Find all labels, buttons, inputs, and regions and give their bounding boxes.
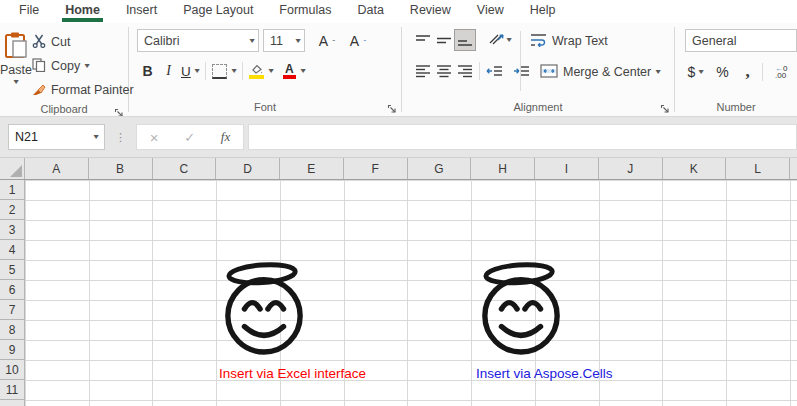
insert-function-icon[interactable]: fx	[221, 129, 230, 145]
alignment-group-label: Alignment	[514, 101, 563, 113]
merge-center-button[interactable]: Merge & Center ▾	[540, 60, 660, 84]
wrap-text-button[interactable]: Wrap Text	[530, 29, 608, 53]
column-header[interactable]: F	[344, 158, 408, 179]
middle-align-button[interactable]	[433, 29, 454, 51]
tab-data[interactable]: Data	[344, 0, 396, 22]
tab-file[interactable]: File	[6, 0, 52, 22]
tab-page-layout[interactable]: Page Layout	[170, 0, 266, 22]
tab-view[interactable]: View	[464, 0, 517, 22]
font-color-icon: A	[283, 64, 296, 79]
underline-button[interactable]: U ▾	[179, 60, 201, 82]
row-headers: 1 2 3 4 5 6 7 8 9 10 11	[0, 180, 25, 406]
number-format-select[interactable]: General	[685, 29, 797, 52]
cut-button[interactable]: Cut	[32, 31, 134, 53]
mini-separator	[205, 62, 206, 80]
name-box[interactable]: N21 ▾	[8, 124, 105, 150]
row-header[interactable]: 6	[0, 280, 24, 300]
chevron-down-icon: ▾	[13, 78, 18, 86]
annotation-excel-interface[interactable]: Insert via Excel interface	[219, 366, 366, 381]
increase-indent-button[interactable]	[511, 60, 532, 82]
column-header[interactable]: A	[25, 158, 89, 179]
format-painter-button[interactable]: Format Painter	[32, 79, 134, 101]
select-all-button[interactable]	[0, 158, 25, 179]
dialog-launcher-icon[interactable]	[387, 100, 397, 117]
drag-dots-icon[interactable]: ⋮	[115, 131, 126, 144]
accounting-format-button[interactable]: $ ▾	[685, 61, 706, 83]
orientation-button[interactable]: ▾	[486, 29, 513, 51]
row-header[interactable]: 4	[0, 240, 24, 260]
format-painter-label: Format Painter	[51, 83, 134, 97]
paste-button[interactable]: Paste ▾	[0, 29, 32, 101]
tab-review[interactable]: Review	[397, 0, 464, 22]
comma-style-button[interactable]: ,	[737, 61, 758, 83]
tab-home[interactable]: Home	[52, 0, 113, 22]
column-header[interactable]: G	[408, 158, 472, 179]
bottom-align-button[interactable]	[454, 29, 476, 51]
column-header[interactable]	[790, 158, 797, 179]
row-header[interactable]	[0, 400, 24, 406]
column-header[interactable]: B	[89, 158, 153, 179]
copy-button[interactable]: Copy ▾	[32, 55, 134, 77]
decrease-indent-button[interactable]	[484, 60, 505, 82]
font-group: Calibri ▾ 11 ▾ A ˆ A ˇ	[129, 23, 401, 116]
chevron-down-icon: ▾	[268, 67, 273, 75]
font-name-value: Calibri	[144, 34, 179, 48]
column-header[interactable]: I	[535, 158, 599, 179]
decrease-font-size-button[interactable]: A ˇ	[344, 30, 365, 52]
number-group-label: Number	[716, 101, 755, 113]
row-header[interactable]: 7	[0, 300, 24, 320]
merge-center-icon	[540, 64, 558, 81]
tab-formulas[interactable]: Formulas	[266, 0, 344, 22]
formula-buttons: × ✓ fx	[136, 124, 244, 150]
column-header[interactable]: J	[599, 158, 663, 179]
font-size-select[interactable]: 11 ▾	[263, 29, 305, 52]
bold-button[interactable]: B	[137, 60, 158, 82]
font-color-button[interactable]: A ▾	[281, 60, 307, 82]
dialog-launcher-icon[interactable]	[114, 104, 124, 117]
center-button[interactable]	[433, 60, 454, 82]
align-left-button[interactable]	[412, 60, 433, 82]
increase-decimal-button[interactable]: ←0 .00	[775, 65, 787, 79]
cancel-icon[interactable]: ×	[150, 129, 159, 146]
clipboard-group-label: Clipboard	[40, 103, 87, 115]
row-header[interactable]: 11	[0, 380, 24, 400]
annotation-aspose-cells[interactable]: Insert via Aspose.Cells	[476, 366, 613, 381]
percent-style-button[interactable]: %	[712, 61, 733, 83]
row-header[interactable]: 8	[0, 320, 24, 340]
wrap-text-label: Wrap Text	[552, 34, 608, 48]
column-header[interactable]: K	[663, 158, 727, 179]
row-header[interactable]: 9	[0, 340, 24, 360]
cut-label: Cut	[51, 35, 70, 49]
column-header[interactable]: L	[726, 158, 790, 179]
increase-font-size-button[interactable]: A ˆ	[313, 30, 334, 52]
tab-help[interactable]: Help	[517, 0, 569, 22]
mini-separator	[479, 62, 480, 80]
column-header[interactable]: D	[216, 158, 280, 179]
enter-icon[interactable]: ✓	[184, 130, 195, 145]
row-header[interactable]: 3	[0, 220, 24, 240]
column-header[interactable]: E	[280, 158, 344, 179]
fill-color-icon	[249, 64, 264, 79]
row-header[interactable]: 10	[0, 360, 24, 380]
column-header[interactable]: C	[153, 158, 217, 179]
italic-button[interactable]: I	[158, 60, 179, 82]
row-header[interactable]: 1	[0, 180, 24, 200]
mini-separator	[762, 63, 763, 81]
row-header[interactable]: 5	[0, 260, 24, 280]
cells-area[interactable]: Insert via Excel interface Insert via As…	[25, 180, 797, 406]
column-header[interactable]: H	[471, 158, 535, 179]
top-align-button[interactable]	[412, 29, 433, 51]
row-header[interactable]: 2	[0, 200, 24, 220]
clipboard-group: Paste ▾ Cut	[0, 23, 128, 116]
tab-insert[interactable]: Insert	[113, 0, 170, 22]
borders-button[interactable]: ▾	[210, 60, 238, 82]
smiley-halo-image-excel[interactable]	[221, 262, 307, 356]
spreadsheet-grid: A B C D E F G H I J K L 1 2 3 4 5 6 7 8 …	[0, 158, 797, 406]
formula-input[interactable]	[248, 124, 797, 150]
fill-color-button[interactable]: ▾	[247, 60, 275, 82]
smiley-halo-image-aspose[interactable]	[478, 262, 564, 356]
align-right-button[interactable]	[454, 60, 475, 82]
font-name-select[interactable]: Calibri ▾	[137, 29, 259, 52]
chevron-down-icon: ▾	[300, 67, 305, 75]
dialog-launcher-icon[interactable]	[660, 100, 670, 117]
